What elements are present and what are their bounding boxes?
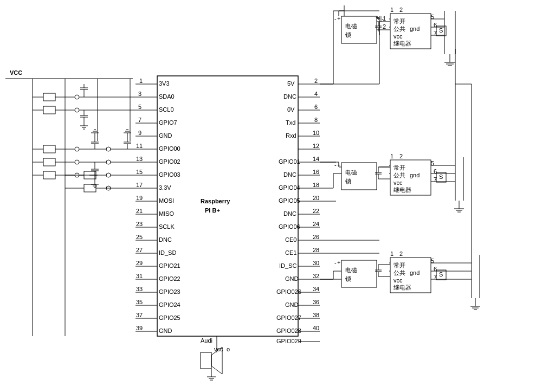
pin3-label: SDA0	[159, 93, 175, 100]
pin15-num: 15	[136, 169, 143, 175]
pin17-label: 3.3V	[159, 184, 171, 191]
svg-rect-68	[43, 145, 55, 153]
pin7-label: GPIO7	[159, 119, 177, 126]
pin39-label: GND	[159, 327, 172, 334]
pin6-label: 0V	[287, 106, 295, 113]
relay1-p1: 1	[390, 7, 393, 13]
svg-point-109	[106, 160, 111, 164]
pin28-label: CE1	[285, 249, 296, 256]
pin21-label: MISO	[159, 210, 175, 217]
pin24-num: 24	[313, 221, 319, 227]
svg-point-106	[75, 160, 79, 164]
pin36-num: 36	[313, 299, 319, 305]
emlock3-plus: +	[337, 259, 340, 266]
svg-rect-187	[201, 352, 211, 369]
pin23-label: SCLK	[159, 223, 175, 230]
svg-rect-52	[43, 106, 55, 114]
pin1-label: 3V3	[159, 80, 170, 87]
relay3-label3: 继电器	[393, 284, 411, 291]
pin25-num: 25	[136, 234, 143, 240]
pin21-num: 21	[136, 208, 143, 214]
emlock2-minus: -	[334, 162, 337, 168]
pin26-label: CE0	[285, 236, 296, 243]
vcc-label: VCC	[10, 69, 22, 76]
pin10-num: 10	[313, 130, 319, 136]
pin38-num: 38	[313, 312, 319, 318]
pin13-num: 13	[136, 156, 143, 162]
pin26-num: 26	[313, 234, 319, 240]
relay1-conn2: 2	[383, 23, 386, 30]
pin37-num: 37	[136, 312, 143, 318]
relay2-p1: 1	[390, 153, 393, 159]
relay2-s: S	[439, 173, 443, 180]
emlock3-minus: -	[334, 259, 337, 266]
svg-point-105	[75, 147, 79, 151]
pin14-label: GPIO01	[279, 158, 300, 165]
svg-rect-72	[43, 158, 55, 166]
relay3-p1: 1	[390, 250, 393, 257]
relay2-p2: 2	[399, 153, 403, 159]
relay3-label2: 公共	[393, 269, 405, 276]
relay2-gnd: gnd	[410, 172, 420, 178]
relay3-gnd: gnd	[410, 269, 420, 276]
pin1-num: 1	[139, 78, 143, 84]
svg-rect-118	[341, 16, 377, 43]
pin34-label: GPIO026	[276, 288, 301, 295]
pin9-label: GND	[159, 132, 172, 139]
pin6-num: 6	[314, 104, 318, 110]
pin7-num: 7	[138, 117, 141, 123]
relay3-vcc: vcc	[393, 277, 403, 284]
pin22-label: DNC	[283, 210, 296, 217]
emlock1-plus-sym: +	[376, 14, 379, 21]
pin31-label: GPIO22	[159, 275, 180, 282]
pin32-label: GND	[285, 275, 299, 282]
pin12-num: 12	[313, 143, 319, 149]
pin37-label: GPIO25	[159, 314, 180, 321]
pin18-num: 18	[313, 182, 319, 188]
svg-rect-0	[157, 76, 298, 336]
emlock2-label1: 电磁	[345, 169, 357, 176]
pin30-num: 30	[313, 260, 319, 266]
pin2-label: 5V	[287, 80, 295, 87]
relay2-label3: 继电器	[393, 187, 411, 193]
relay3-p2: 2	[399, 250, 403, 257]
pin-gpio029-label: GPIO029	[276, 338, 301, 344]
pin18-label: GPIO04	[279, 184, 300, 191]
pin10-label: Rxd	[286, 132, 296, 139]
pin19-num: 19	[136, 195, 143, 201]
relay2-vcc: vcc	[393, 179, 403, 186]
pin20-num: 20	[313, 195, 319, 201]
emlock3-label1: 电磁	[345, 267, 357, 273]
relay1-p2: 2	[399, 7, 403, 13]
pin19-label: MOSI	[159, 197, 174, 204]
pin40-num: 40	[313, 325, 319, 331]
pin35-num: 35	[136, 299, 143, 305]
pin36-label: GND	[285, 301, 299, 308]
emlock1-minus-sym: -	[376, 25, 378, 31]
pin27-num: 27	[136, 247, 143, 253]
relay1-conn1: 1	[383, 15, 386, 22]
svg-rect-142	[341, 163, 377, 190]
pin35-label: GPIO24	[159, 301, 180, 308]
pin16-num: 16	[313, 169, 319, 175]
emlock3-label2: 锁	[345, 275, 351, 282]
emlock1-minus: -	[334, 15, 337, 22]
relay3-s: S	[439, 271, 443, 278]
pin29-num: 29	[136, 260, 143, 266]
svg-rect-92	[43, 171, 55, 179]
pin34-num: 34	[313, 286, 319, 292]
relay1-gnd: gnd	[410, 25, 420, 32]
relay3-label1: 常开	[393, 262, 405, 268]
pin3-num: 3	[138, 91, 141, 97]
pin11-num: 11	[136, 143, 143, 149]
pin23-num: 23	[136, 221, 143, 227]
pin20-label: GPIO05	[279, 197, 300, 204]
svg-rect-164	[341, 260, 377, 287]
audio-o: o	[227, 346, 230, 352]
svg-rect-116	[84, 184, 96, 192]
relay1-vcc: vcc	[393, 33, 403, 40]
pin4-label: DNC	[283, 93, 296, 100]
emlock1-label1: 电磁	[345, 23, 357, 29]
relay1-label2: 公共	[393, 25, 405, 32]
pin14-num: 14	[313, 156, 319, 162]
